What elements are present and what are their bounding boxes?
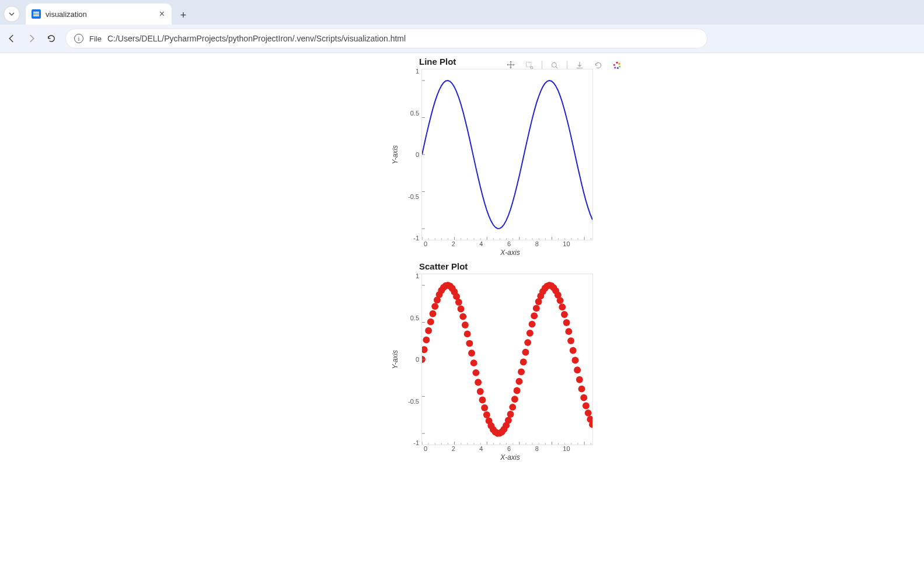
svg-point-63: [466, 340, 473, 347]
svg-point-45: [427, 319, 434, 326]
svg-point-89: [522, 349, 529, 356]
svg-point-7: [614, 67, 616, 68]
svg-point-88: [520, 359, 527, 366]
svg-point-117: [583, 402, 590, 409]
svg-point-106: [559, 303, 566, 310]
svg-point-83: [509, 404, 516, 411]
svg-point-62: [464, 330, 471, 337]
svg-point-81: [505, 417, 512, 424]
plots-column: Line Plot Y-axis 1 0.5 0 -0.5 -1 0 2 4 6: [391, 57, 601, 466]
site-info-icon[interactable]: i: [74, 34, 83, 43]
svg-point-46: [430, 310, 437, 317]
svg-point-8: [613, 64, 615, 66]
svg-point-118: [585, 410, 592, 417]
tab-favicon-icon: [32, 9, 41, 19]
svg-point-58: [455, 299, 462, 306]
y-axis-label: Y-axis: [391, 145, 399, 164]
address-url: C:/Users/DELL/PycharmProjects/pythonProj…: [107, 34, 699, 43]
x-axis-ticks: 0 2 4 6 8 10: [419, 445, 591, 452]
svg-point-82: [507, 411, 514, 418]
svg-point-85: [514, 387, 521, 394]
svg-point-60: [459, 313, 466, 320]
browser-chrome: visualization × + i File C:/Users/DELL/P…: [0, 0, 924, 53]
browser-tab[interactable]: visualization ×: [26, 4, 172, 25]
svg-point-64: [468, 349, 475, 356]
page-body: Line Plot Y-axis 1 0.5 0 -0.5 -1 0 2 4 6: [0, 53, 924, 570]
svg-point-112: [571, 357, 578, 364]
tab-title: visualization: [46, 10, 154, 19]
forward-icon[interactable]: [26, 33, 37, 44]
svg-point-105: [557, 297, 564, 304]
svg-point-43: [423, 337, 430, 344]
tab-bar: visualization × +: [0, 0, 924, 25]
figure-title: Line Plot: [419, 57, 601, 67]
svg-point-6: [617, 67, 619, 69]
figure-line: Line Plot Y-axis 1 0.5 0 -0.5 -1 0 2 4 6: [391, 57, 601, 257]
svg-point-94: [533, 305, 540, 312]
svg-point-113: [574, 366, 581, 373]
svg-point-90: [524, 339, 531, 346]
svg-point-86: [515, 378, 522, 385]
svg-point-69: [479, 397, 486, 404]
svg-point-109: [565, 328, 572, 335]
svg-point-115: [578, 386, 585, 393]
back-icon[interactable]: [6, 33, 18, 44]
svg-point-67: [475, 379, 482, 386]
y-axis-label: Y-axis: [391, 350, 399, 369]
address-scheme-chip: File: [89, 34, 102, 43]
svg-point-93: [531, 312, 538, 319]
svg-point-107: [561, 311, 568, 318]
new-tab-button[interactable]: +: [175, 7, 191, 23]
figure-title: Scatter Plot: [419, 261, 601, 271]
svg-point-116: [580, 394, 587, 401]
nav-row: i File C:/Users/DELL/PycharmProjects/pyt…: [0, 25, 924, 53]
address-bar[interactable]: i File C:/Users/DELL/PycharmProjects/pyt…: [65, 29, 707, 48]
svg-point-59: [458, 306, 465, 313]
svg-point-71: [483, 411, 490, 418]
figure-scatter: Scatter Plot Y-axis 1 0.5 0 -0.5 -1 0 2 …: [391, 261, 601, 461]
svg-point-87: [518, 368, 525, 375]
plot-area[interactable]: [421, 274, 593, 445]
svg-point-42: [422, 346, 428, 353]
svg-point-108: [563, 319, 570, 326]
svg-point-65: [470, 359, 477, 366]
svg-point-70: [481, 404, 488, 411]
svg-point-66: [472, 369, 479, 376]
x-axis-ticks: 0 2 4 6 8 10: [419, 240, 591, 247]
svg-point-44: [425, 327, 432, 334]
y-axis-ticks: 1 0.5 0 -0.5 -1: [402, 69, 421, 240]
svg-point-84: [511, 396, 518, 403]
svg-point-3: [616, 62, 618, 64]
x-axis-label: X-axis: [419, 249, 601, 257]
recent-tabs-button[interactable]: [4, 6, 20, 22]
svg-point-92: [529, 321, 536, 328]
svg-point-111: [570, 347, 577, 354]
plot-area[interactable]: [421, 69, 593, 240]
reload-icon[interactable]: [46, 33, 57, 44]
svg-point-114: [576, 376, 583, 383]
svg-point-61: [462, 321, 469, 328]
svg-point-91: [526, 330, 534, 337]
bokeh-logo-icon[interactable]: [611, 59, 623, 72]
x-axis-label: X-axis: [419, 453, 601, 461]
y-axis-ticks: 1 0.5 0 -0.5 -1: [402, 274, 421, 445]
tab-close-icon[interactable]: ×: [158, 9, 166, 19]
svg-point-5: [619, 65, 620, 67]
svg-point-47: [431, 303, 438, 310]
svg-point-68: [477, 388, 484, 395]
svg-point-110: [567, 337, 574, 344]
svg-point-4: [618, 63, 620, 65]
